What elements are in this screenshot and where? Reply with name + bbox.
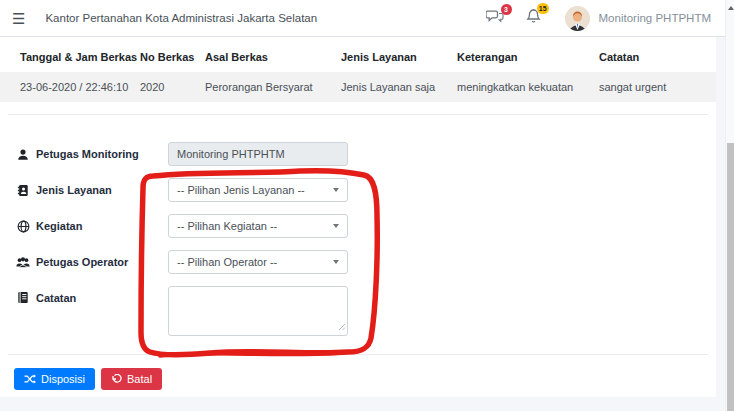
kegiatan-label-group: Kegiatan [16,220,168,233]
cell-jenis-layanan: Jenis Layanan saja [341,72,457,102]
catatan-label-group: Catatan [16,286,168,304]
form-row-kegiatan: Kegiatan -- Pilihan Kegiatan -- [16,214,716,238]
content-card: Tanggal & Jam Berkas No Berkas Asal Berk… [0,37,716,397]
form-row-petugas-monitoring: Petugas Monitoring [16,142,716,166]
scrollbar [725,0,734,411]
cell-no-berkas: 2020 [140,72,205,102]
top-navbar: ☰ Kantor Pertanahan Kota Administrasi Ja… [0,0,725,37]
jenis-layanan-select[interactable]: -- Pilihan Jenis Layanan -- [168,178,348,202]
batal-button-label: Batal [127,373,152,385]
address-book-icon [16,184,30,197]
notifications-badge: 15 [537,3,549,14]
avatar[interactable] [565,6,590,31]
divider [8,354,708,355]
batal-button[interactable]: Batal [101,368,162,390]
petugas-monitoring-input[interactable] [168,142,348,166]
chevron-down-icon [333,188,339,192]
table-row: 23-06-2020 / 22:46:10 2020 Perorangan Be… [0,72,716,102]
catatan-textarea[interactable] [168,286,348,336]
chevron-down-icon [333,224,339,228]
kegiatan-select[interactable]: -- Pilihan Kegiatan -- [168,214,348,238]
notebook-icon [16,291,30,304]
action-buttons: Disposisi Batal [14,368,716,390]
scrollbar-thumb[interactable] [727,143,734,411]
berkas-table: Tanggal & Jam Berkas No Berkas Asal Berk… [0,42,716,102]
navbar-right: 3 15 Monitoring PHTPHTM [464,6,711,31]
catatan-textarea-wrap [168,286,348,340]
petugas-operator-select-value: -- Pilihan Operator -- [177,256,277,268]
table-header-row: Tanggal & Jam Berkas No Berkas Asal Berk… [0,42,716,72]
col-jenis-layanan: Jenis Layanan [341,42,457,72]
jenis-layanan-select-value: -- Pilihan Jenis Layanan -- [177,184,305,196]
cell-keterangan: meningkatkan kekuatan [457,72,599,102]
user-icon [16,148,30,161]
kegiatan-label: Kegiatan [36,220,82,232]
cell-tanggal: 23-06-2020 / 22:46:10 [0,72,140,102]
globe-icon [16,220,30,233]
page-title: Kantor Pertanahan Kota Administrasi Jaka… [45,12,317,24]
form-row-jenis-layanan: Jenis Layanan -- Pilihan Jenis Layanan -… [16,178,716,202]
col-no-berkas: No Berkas [140,42,205,72]
hamburger-icon[interactable]: ☰ [12,11,25,26]
disposisi-button[interactable]: Disposisi [14,368,95,390]
monitoring-form: Petugas Monitoring Jenis Layanan [0,142,716,340]
petugas-operator-select[interactable]: -- Pilihan Operator -- [168,250,348,274]
form-row-catatan: Catatan [16,286,716,340]
col-tanggal: Tanggal & Jam Berkas [0,42,140,72]
jenis-layanan-label-group: Jenis Layanan [16,184,168,197]
catatan-label: Catatan [36,292,76,304]
col-asal-berkas: Asal Berkas [205,42,341,72]
shuffle-icon [24,374,36,384]
users-icon [16,256,30,268]
kegiatan-select-value: -- Pilihan Kegiatan -- [177,220,277,232]
petugas-monitoring-label: Petugas Monitoring [36,148,139,160]
cell-catatan: sangat urgent [599,72,716,102]
messages-badge: 3 [501,4,512,15]
cell-asal-berkas: Perorangan Bersyarat [205,72,341,102]
petugas-operator-label-group: Petugas Operator [16,256,168,268]
disposisi-button-label: Disposisi [41,373,85,385]
divider [8,114,708,115]
messages-menu[interactable]: 3 [486,9,504,28]
undo-icon [111,374,122,385]
chevron-down-icon [333,260,339,264]
petugas-operator-label: Petugas Operator [36,256,128,268]
col-catatan: Catatan [599,42,716,72]
form-row-petugas-operator: Petugas Operator -- Pilihan Operator -- [16,250,716,274]
scroll-up-arrow-icon[interactable] [728,6,734,10]
jenis-layanan-label: Jenis Layanan [36,184,112,196]
col-keterangan: Keterangan [457,42,599,72]
petugas-monitoring-label-group: Petugas Monitoring [16,148,168,161]
notifications-menu[interactable]: 15 [526,8,541,28]
user-name[interactable]: Monitoring PHTPHTM [599,12,711,24]
